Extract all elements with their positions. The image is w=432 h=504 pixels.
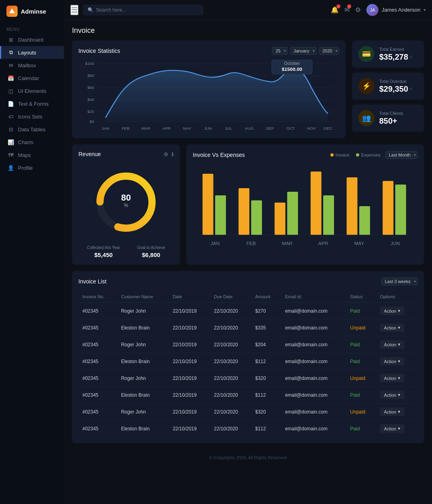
notification-badge — [336, 4, 340, 8]
table-column-header: Status — [346, 291, 376, 303]
bar-x-label: JAN — [211, 241, 220, 246]
user-info[interactable]: JA James Anderson ▾ — [366, 4, 426, 16]
svg-text:$40: $40 — [87, 98, 94, 102]
amount: $270 — [251, 303, 281, 319]
customer-name: Roger John — [117, 370, 169, 387]
sidebar-item-profile[interactable]: 👤 Profile — [0, 161, 64, 174]
ie-header: Invoice Vs Expenses Invoice Expenses — [193, 151, 418, 159]
sidebar-item-ui-elements[interactable]: ◫ UI Elements — [0, 84, 64, 97]
filter-25-select[interactable]: 25 — [272, 47, 288, 55]
options-cell: Action ▾ — [376, 336, 418, 353]
invoice-date: 22/10/2019 — [169, 336, 210, 353]
goal-stat: Goal to Achieve $6,800 — [137, 245, 165, 258]
stat-info: Total Earned $35,278↑ — [379, 47, 418, 62]
search-box: 🔍 — [83, 5, 203, 15]
revenue-section: Revenue ⚙ ℹ — [72, 145, 424, 265]
sidebar-item-icons-sets[interactable]: 🏷 Icons Sets — [0, 110, 64, 123]
svg-text:FEB: FEB — [122, 127, 130, 131]
action-button[interactable]: Action ▾ — [380, 307, 404, 315]
invoice-statistics-card: Invoice Statistics 25 January — [72, 40, 346, 138]
sidebar-item-layouts[interactable]: ⧉ Layouts — [0, 46, 64, 59]
svg-text:MAR: MAR — [141, 127, 150, 131]
expenses-bar — [395, 185, 406, 235]
invoice-dot — [330, 153, 334, 157]
action-button[interactable]: Action ▾ — [380, 374, 404, 382]
sidebar-menu-label: MENU — [0, 22, 64, 33]
mail-icon: ✉ — [8, 62, 14, 68]
due-date: 22/10/2020 — [210, 370, 251, 387]
expenses-bar — [251, 201, 262, 235]
svg-text:JAN: JAN — [102, 127, 109, 131]
ie-filter-select[interactable]: Last Month — [385, 151, 418, 159]
svg-text:SEP: SEP — [266, 127, 274, 131]
sidebar: Adminse MENU ⊞ Dashboard ⧉ Layouts ✉ Mai… — [0, 0, 64, 504]
notifications-button[interactable]: 🔔 — [331, 6, 339, 14]
action-button[interactable]: Action ▾ — [380, 357, 404, 365]
status-badge: Paid — [346, 387, 376, 404]
table-row: #02345 Roger John 22/10/2019 22/10/2020 … — [78, 404, 418, 420]
sidebar-item-mailbox[interactable]: ✉ Mailbox — [0, 59, 64, 72]
sidebar-item-label: Layouts — [18, 50, 36, 56]
invoice-date: 22/10/2019 — [169, 404, 210, 420]
invoice-no: #02345 — [78, 353, 117, 370]
grid-icon: ⊞ — [8, 36, 14, 43]
table-column-header: Options — [376, 291, 418, 303]
sidebar-item-text-forms[interactable]: 📄 Text & Forms — [0, 97, 64, 110]
messages-button[interactable]: ✉ — [344, 6, 350, 14]
action-button[interactable]: Action ▾ — [380, 340, 404, 349]
table-row: #02345 Eleston Brain 22/10/2019 22/10/20… — [78, 353, 418, 370]
bar-chart-svg: JANFEBMARAPRMAYJUN — [193, 159, 418, 247]
due-date: 22/10/2020 — [210, 336, 251, 353]
action-button[interactable]: Action ▾ — [380, 391, 404, 399]
stat-label: Total Overdue — [379, 79, 418, 84]
customer-name: Eleston Brain — [117, 319, 169, 336]
amount: $335 — [251, 319, 281, 336]
settings-button[interactable]: ⚙ — [355, 6, 361, 14]
wallet-icon: 💳 — [358, 46, 374, 62]
sidebar-item-calendar[interactable]: 📅 Calendar — [0, 72, 64, 84]
svg-text:$20: $20 — [87, 110, 94, 114]
filter-year-select[interactable]: 2020 — [319, 47, 339, 55]
status-badge: Unpaid — [346, 370, 376, 387]
invoice-no: #02345 — [78, 370, 117, 387]
filter-month-select[interactable]: January — [290, 47, 316, 55]
customer-name: Eleston Brain — [117, 353, 169, 370]
revenue-info-icon[interactable]: ℹ — [172, 151, 174, 157]
invoice-list-filter[interactable]: Last 3 weeks — [381, 277, 418, 285]
sidebar-item-label: UI Elements — [18, 88, 46, 94]
svg-text:$0: $0 — [90, 120, 94, 124]
sidebar-item-label: Charts — [18, 139, 33, 145]
sidebar-item-maps[interactable]: 🗺 Maps — [0, 149, 64, 161]
action-button[interactable]: Action ▾ — [380, 424, 404, 433]
search-input[interactable] — [96, 7, 199, 13]
hamburger-button[interactable]: ☰ — [70, 5, 78, 15]
table-icon: ⊟ — [8, 126, 14, 133]
action-chevron-icon: ▾ — [398, 392, 400, 398]
stat-label: Total Clients — [379, 111, 418, 116]
due-date: 22/10/2020 — [210, 319, 251, 336]
table-row: #02345 Eleston Brain 22/10/2019 22/10/20… — [78, 319, 418, 336]
stat-arrow: ↑ — [410, 86, 412, 92]
sidebar-item-label: Mailbox — [18, 62, 36, 68]
invoice-bar — [202, 174, 213, 235]
logo-icon — [6, 6, 18, 17]
customer-name: Eleston Brain — [117, 387, 169, 404]
sidebar-item-charts[interactable]: 📊 Charts — [0, 136, 64, 149]
page-title: Invoice — [72, 26, 424, 35]
svg-text:NOV: NOV — [307, 127, 316, 131]
revenue-settings-icon[interactable]: ⚙ — [164, 151, 168, 157]
sidebar-item-label: Profile — [18, 165, 33, 171]
action-button[interactable]: Action ▾ — [380, 408, 404, 416]
sidebar-item-dashboard[interactable]: ⊞ Dashboard — [0, 33, 64, 46]
email: email@domain.com — [281, 303, 346, 319]
due-date: 22/10/2020 — [210, 303, 251, 319]
customer-name: Roger John — [117, 336, 169, 353]
action-chevron-icon: ▾ — [398, 375, 400, 381]
action-button[interactable]: Action ▾ — [380, 323, 404, 332]
ie-legend: Invoice Expenses — [330, 153, 380, 157]
status-badge: Unpaid — [346, 404, 376, 420]
customer-name: Roger John — [117, 404, 169, 420]
table-column-header: Invoice No. — [78, 291, 117, 303]
invoice-bar — [274, 203, 285, 235]
sidebar-item-data-tables[interactable]: ⊟ Data Tables — [0, 123, 64, 136]
